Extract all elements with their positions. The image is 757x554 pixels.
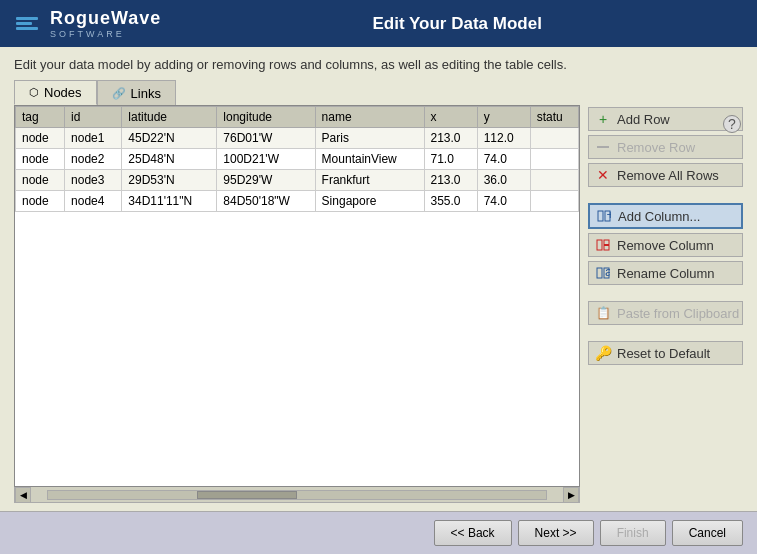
- cell-y[interactable]: 112.0: [477, 128, 530, 149]
- next-button[interactable]: Next >>: [518, 520, 594, 546]
- reset-default-label: Reset to Default: [617, 346, 710, 361]
- rename-column-icon: ab: [595, 265, 611, 281]
- cell-status[interactable]: [530, 170, 578, 191]
- horizontal-scrollbar[interactable]: ◀ ▶: [14, 487, 580, 503]
- cell-y[interactable]: 74.0: [477, 149, 530, 170]
- remove-row-button[interactable]: Remove Row: [588, 135, 743, 159]
- cell-latitude[interactable]: 34D11'11"N: [122, 191, 217, 212]
- cell-longitude[interactable]: 76D01'W: [217, 128, 315, 149]
- cell-name[interactable]: Paris: [315, 128, 424, 149]
- tab-nodes[interactable]: ⬡ Nodes: [14, 80, 97, 105]
- rename-column-button[interactable]: ab Rename Column: [588, 261, 743, 285]
- cell-x[interactable]: 355.0: [424, 191, 477, 212]
- cell-name[interactable]: Singapore: [315, 191, 424, 212]
- table-section: tag id latitude longitude name x y statu…: [14, 105, 580, 503]
- svg-text:+: +: [607, 209, 612, 222]
- paste-clipboard-icon: 📋: [595, 305, 611, 321]
- action-sidebar: + Add Row Remove Row ✕ Remove All Rows +…: [588, 105, 743, 503]
- rename-column-label: Rename Column: [617, 266, 715, 281]
- col-id: id: [65, 107, 122, 128]
- tab-bar: ⬡ Nodes 🔗 Links: [14, 80, 743, 105]
- tab-links-label: Links: [131, 86, 161, 101]
- table-row[interactable]: nodenode225D48'N100D21'WMountainView71.0…: [16, 149, 579, 170]
- remove-row-label: Remove Row: [617, 140, 695, 155]
- logo-icon: [16, 17, 38, 30]
- table-wrapper[interactable]: tag id latitude longitude name x y statu…: [14, 105, 580, 487]
- col-latitude: latitude: [122, 107, 217, 128]
- scroll-left-arrow[interactable]: ◀: [15, 487, 31, 503]
- add-row-icon: +: [595, 111, 611, 127]
- paste-clipboard-button[interactable]: 📋 Paste from Clipboard: [588, 301, 743, 325]
- add-column-icon: +: [596, 208, 612, 224]
- remove-all-rows-label: Remove All Rows: [617, 168, 719, 183]
- cell-id[interactable]: node4: [65, 191, 122, 212]
- remove-column-button[interactable]: Remove Column: [588, 233, 743, 257]
- add-row-button[interactable]: + Add Row: [588, 107, 743, 131]
- cell-tag[interactable]: node: [16, 170, 65, 191]
- cell-tag[interactable]: node: [16, 128, 65, 149]
- svg-rect-1: [598, 211, 603, 221]
- svg-rect-7: [597, 268, 602, 278]
- finish-button[interactable]: Finish: [600, 520, 666, 546]
- divider-1: [588, 191, 743, 199]
- cell-y[interactable]: 36.0: [477, 170, 530, 191]
- table-row[interactable]: nodenode434D11'11"N84D50'18"WSingapore35…: [16, 191, 579, 212]
- tab-nodes-label: Nodes: [44, 85, 82, 100]
- scrollbar-track[interactable]: [47, 490, 547, 500]
- cell-latitude[interactable]: 29D53'N: [122, 170, 217, 191]
- cell-id[interactable]: node2: [65, 149, 122, 170]
- cell-longitude[interactable]: 84D50'18"W: [217, 191, 315, 212]
- help-icon[interactable]: ?: [723, 115, 741, 133]
- col-x: x: [424, 107, 477, 128]
- logo-sub: SOFTWARE: [50, 29, 161, 39]
- cell-longitude[interactable]: 95D29'W: [217, 170, 315, 191]
- cell-tag[interactable]: node: [16, 149, 65, 170]
- col-tag: tag: [16, 107, 65, 128]
- cell-y[interactable]: 74.0: [477, 191, 530, 212]
- cell-x[interactable]: 71.0: [424, 149, 477, 170]
- col-status: statu: [530, 107, 578, 128]
- description-text: Edit your data model by adding or removi…: [14, 57, 567, 72]
- col-longitude: longitude: [217, 107, 315, 128]
- data-table: tag id latitude longitude name x y statu…: [15, 106, 579, 212]
- cell-latitude[interactable]: 25D48'N: [122, 149, 217, 170]
- cell-latitude[interactable]: 45D22'N: [122, 128, 217, 149]
- svg-rect-0: [597, 146, 609, 148]
- nodes-tab-icon: ⬡: [29, 86, 39, 99]
- tab-links[interactable]: 🔗 Links: [97, 80, 176, 105]
- header: RogueWave SOFTWARE Edit Your Data Model: [0, 0, 757, 47]
- cell-longitude[interactable]: 100D21'W: [217, 149, 315, 170]
- cell-id[interactable]: node3: [65, 170, 122, 191]
- cell-status[interactable]: [530, 191, 578, 212]
- cell-id[interactable]: node1: [65, 128, 122, 149]
- add-row-label: Add Row: [617, 112, 670, 127]
- main-content: Edit your data model by adding or removi…: [0, 47, 757, 511]
- cancel-button[interactable]: Cancel: [672, 520, 743, 546]
- links-tab-icon: 🔗: [112, 87, 126, 100]
- add-column-label: Add Column...: [618, 209, 700, 224]
- reset-default-button[interactable]: 🔑 Reset to Default: [588, 341, 743, 365]
- col-name: name: [315, 107, 424, 128]
- bottom-bar: << Back Next >> Finish Cancel: [0, 511, 757, 554]
- add-column-button[interactable]: + Add Column...: [588, 203, 743, 229]
- divider-2: [588, 289, 743, 297]
- scroll-right-arrow[interactable]: ▶: [563, 487, 579, 503]
- logo-name: RogueWave: [50, 8, 161, 29]
- cell-name[interactable]: MountainView: [315, 149, 424, 170]
- remove-all-rows-button[interactable]: ✕ Remove All Rows: [588, 163, 743, 187]
- scrollbar-thumb[interactable]: [197, 491, 297, 499]
- logo-text: RogueWave SOFTWARE: [50, 8, 161, 39]
- svg-text:ab: ab: [605, 266, 610, 279]
- remove-column-icon: [595, 237, 611, 253]
- back-button[interactable]: << Back: [434, 520, 512, 546]
- cell-x[interactable]: 213.0: [424, 170, 477, 191]
- cell-name[interactable]: Frankfurt: [315, 170, 424, 191]
- table-row[interactable]: nodenode145D22'N76D01'WParis213.0112.0: [16, 128, 579, 149]
- cell-status[interactable]: [530, 149, 578, 170]
- remove-row-icon: [595, 139, 611, 155]
- cell-status[interactable]: [530, 128, 578, 149]
- page-title: Edit Your Data Model: [173, 14, 741, 34]
- cell-x[interactable]: 213.0: [424, 128, 477, 149]
- cell-tag[interactable]: node: [16, 191, 65, 212]
- table-row[interactable]: nodenode329D53'N95D29'WFrankfurt213.036.…: [16, 170, 579, 191]
